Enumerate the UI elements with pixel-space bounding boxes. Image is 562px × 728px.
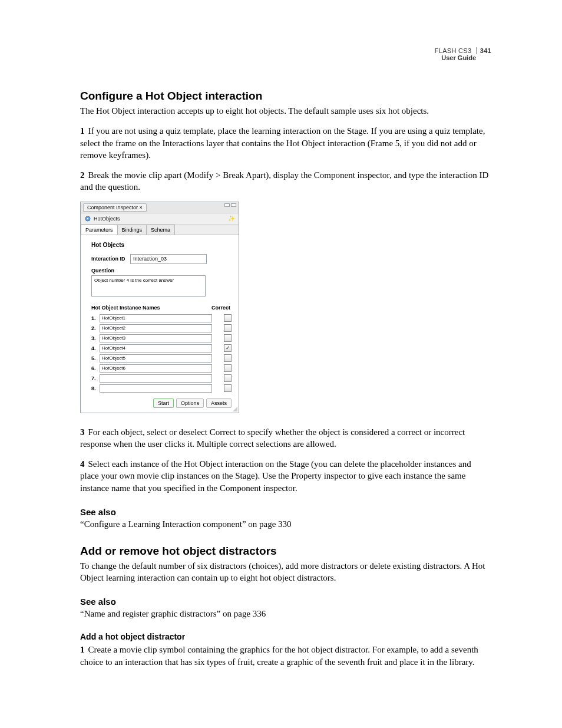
row-number: 1. — [91, 315, 100, 321]
start-button[interactable]: Start — [153, 398, 174, 408]
question-field[interactable]: Object number 4 is the correct answer — [91, 275, 206, 297]
component-name: HotObjects — [94, 216, 120, 222]
panel-title: Hot Objects — [91, 242, 232, 248]
row-number: 4. — [91, 345, 100, 351]
step-text: If you are not using a quiz template, pl… — [80, 126, 485, 160]
page-header: FLASH CS3 341 User Guide — [80, 47, 491, 61]
step-text: Break the movie clip apart (Modify > Bre… — [80, 170, 488, 192]
correct-header: Correct — [207, 305, 232, 311]
assets-button[interactable]: Assets — [206, 398, 232, 408]
correct-checkbox[interactable] — [224, 364, 232, 372]
tab-bindings[interactable]: Bindings — [117, 225, 147, 235]
product-name: FLASH CS3 — [435, 47, 472, 54]
interaction-id-label: Interaction ID — [91, 256, 130, 262]
window-controls — [224, 203, 236, 207]
row-number: 2. — [91, 325, 100, 331]
list-item: 7. — [91, 374, 232, 383]
window-titlebar[interactable]: Component Inspector × — [81, 202, 239, 213]
step-2: 2Break the movie clip apart (Modify > Br… — [80, 169, 491, 193]
minimize-icon[interactable] — [224, 203, 230, 207]
step-1: 1If you are not using a quiz template, p… — [80, 125, 491, 161]
row-number: 8. — [91, 386, 100, 391]
component-icon — [84, 215, 91, 222]
instance-name-field[interactable] — [100, 374, 212, 383]
list-item: 6. HotObject6 — [91, 364, 232, 373]
correct-checkbox[interactable] — [224, 374, 232, 382]
list-item: 2. HotObject2 — [91, 324, 232, 332]
correct-checkbox[interactable] — [224, 324, 232, 332]
row-number: 3. — [91, 335, 100, 341]
row-number: 6. — [91, 365, 100, 371]
instance-name-field[interactable] — [100, 384, 212, 393]
resize-grip-icon[interactable] — [233, 407, 237, 411]
correct-checkbox[interactable] — [224, 354, 232, 362]
correct-checkbox[interactable] — [224, 334, 232, 342]
see-also-ref: “Configure a Learning Interaction compon… — [80, 519, 491, 529]
step-4: 4Select each instance of the Hot Object … — [80, 458, 491, 494]
tab-parameters[interactable]: Parameters — [81, 225, 118, 235]
section1-intro: The Hot Object interaction accepts up to… — [80, 105, 491, 117]
wand-icon[interactable]: ✨ — [228, 215, 235, 222]
row-number: 7. — [91, 375, 100, 381]
page-number: 341 — [476, 47, 491, 54]
instance-name-field[interactable]: HotObject2 — [100, 324, 212, 332]
correct-checkbox[interactable]: ✓ — [224, 344, 232, 352]
step-text: Create a movie clip symbol containing th… — [80, 645, 478, 666]
step-number: 1 — [80, 126, 85, 136]
inspector-tabs: Parameters Bindings Schema — [81, 225, 239, 235]
list-item: 3. HotObject3 — [91, 334, 232, 342]
instance-name-field[interactable]: HotObject3 — [100, 334, 212, 342]
list-item: 1. HotObject1 — [91, 314, 232, 322]
options-button[interactable]: Options — [176, 398, 204, 408]
list-item: 4. HotObject4 ✓ — [91, 344, 232, 353]
list-item: 5. HotObject5 — [91, 354, 232, 363]
close-icon[interactable]: × — [140, 205, 143, 210]
instance-name-field[interactable]: HotObject4 — [100, 344, 212, 353]
instance-name-field[interactable]: HotObject6 — [100, 364, 212, 373]
interaction-id-field[interactable]: Interaction_03 — [130, 254, 207, 264]
subsection-heading-add-distractor: Add a hot object distractor — [80, 632, 491, 641]
instance-names-header: Hot Object Instance Names — [91, 305, 207, 311]
step-text: Select each instance of the Hot Object i… — [80, 459, 471, 493]
question-label: Question — [91, 268, 232, 274]
section-heading-configure: Configure a Hot Object interaction — [80, 90, 491, 103]
menu-icon[interactable] — [231, 203, 236, 207]
guide-label: User Guide — [80, 54, 491, 61]
list-item: 8. — [91, 384, 232, 393]
step-3: 3For each object, select or deselect Cor… — [80, 426, 491, 450]
step-text: For each object, select or deselect Corr… — [80, 427, 465, 449]
section-heading-distractors: Add or remove hot object distractors — [80, 545, 491, 558]
window-title-tab[interactable]: Component Inspector × — [83, 203, 147, 212]
step-number: 3 — [80, 427, 85, 437]
component-inspector-window: Component Inspector × HotObjects ✨ Param… — [80, 202, 239, 413]
svg-point-1 — [87, 218, 89, 219]
see-also-heading: See also — [80, 597, 491, 607]
inspector-body: Hot Objects Interaction ID Interaction_0… — [81, 235, 239, 413]
step-number: 1 — [80, 645, 85, 654]
step-1: 1Create a movie clip symbol containing t… — [80, 644, 491, 668]
see-also-ref: “Name and register graphic distractors” … — [80, 609, 491, 619]
correct-checkbox[interactable] — [224, 384, 232, 392]
instance-name-field[interactable]: HotObject5 — [100, 354, 212, 363]
correct-checkbox[interactable] — [224, 314, 232, 322]
component-row: HotObjects ✨ — [81, 213, 239, 225]
instance-name-field[interactable]: HotObject1 — [100, 314, 212, 322]
tab-schema[interactable]: Schema — [146, 225, 175, 235]
section2-intro: To change the default number of six dist… — [80, 560, 491, 584]
row-number: 5. — [91, 355, 100, 361]
step-number: 2 — [80, 170, 85, 180]
see-also-heading: See also — [80, 507, 491, 517]
step-number: 4 — [80, 459, 85, 469]
